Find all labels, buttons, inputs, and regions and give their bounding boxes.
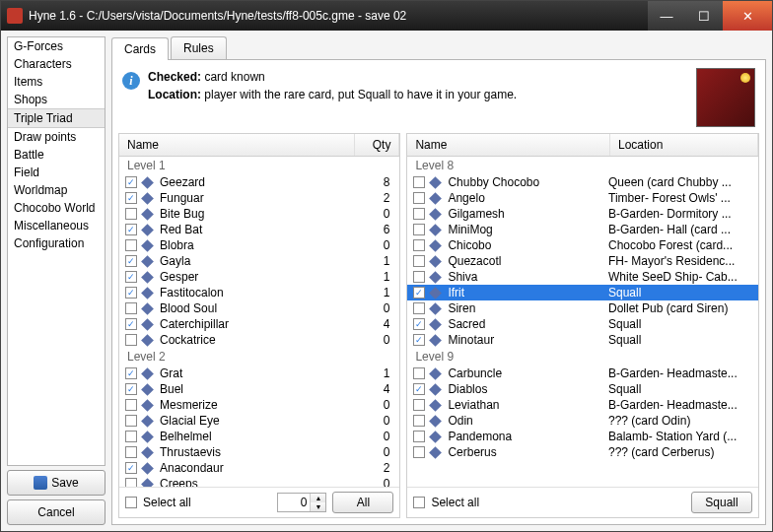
table-row[interactable]: Bite Bug0 — [119, 206, 399, 222]
table-row[interactable]: ✓Red Bat6 — [119, 222, 399, 237]
row-checkbox[interactable] — [125, 431, 137, 442]
table-row[interactable]: ✓Funguar2 — [119, 190, 399, 206]
row-checkbox[interactable] — [413, 446, 425, 458]
row-checkbox[interactable] — [125, 302, 137, 314]
nav-item[interactable]: Battle — [8, 146, 105, 164]
tab[interactable]: Rules — [171, 36, 227, 59]
row-checkbox[interactable] — [413, 367, 425, 379]
row-checkbox[interactable] — [413, 399, 425, 411]
row-checkbox[interactable] — [413, 271, 425, 283]
table-row[interactable]: ✓Fastitocalon1 — [119, 285, 399, 300]
row-checkbox[interactable] — [413, 192, 425, 204]
spin-down-icon[interactable]: ▼ — [311, 502, 325, 511]
tab[interactable]: Cards — [111, 37, 169, 60]
table-row[interactable]: ✓SacredSquall — [407, 316, 758, 332]
row-checkbox[interactable] — [125, 478, 137, 487]
table-row[interactable]: CarbuncleB-Garden- Headmaste... — [407, 366, 758, 381]
row-checkbox[interactable]: ✓ — [413, 318, 425, 330]
qty-input[interactable] — [278, 494, 310, 511]
row-checkbox[interactable] — [413, 239, 425, 251]
row-checkbox[interactable] — [413, 176, 425, 188]
table-row[interactable]: Cerberus??? (card Cerberus) — [407, 444, 758, 460]
col-name[interactable]: Name — [407, 134, 610, 156]
nav-item[interactable]: Triple Triad — [8, 108, 105, 128]
table-row[interactable]: ✓DiablosSquall — [407, 381, 758, 397]
table-row[interactable]: ✓IfritSquall — [407, 285, 758, 300]
nav-item[interactable]: Draw points — [8, 128, 105, 146]
squall-button[interactable]: Squall — [691, 492, 752, 513]
row-checkbox[interactable]: ✓ — [125, 287, 137, 299]
right-rows[interactable]: Level 8Chubby ChocoboQueen (card Chubby … — [407, 157, 758, 487]
table-row[interactable]: ChicoboChocobo Forest (card... — [407, 237, 758, 253]
left-selectall-checkbox[interactable] — [125, 497, 137, 508]
table-row[interactable]: ✓Anacondaur2 — [119, 460, 399, 476]
table-row[interactable]: Odin??? (card Odin) — [407, 413, 758, 429]
save-button[interactable]: Save — [7, 470, 105, 496]
col-location[interactable]: Location — [610, 134, 758, 156]
table-row[interactable]: ShivaWhite SeeD Ship- Cab... — [407, 269, 758, 285]
nav-item[interactable]: G-Forces — [8, 37, 105, 55]
row-checkbox[interactable]: ✓ — [413, 287, 425, 299]
nav-item[interactable]: Chocobo World — [8, 199, 105, 217]
all-button[interactable]: All — [332, 492, 393, 513]
table-row[interactable]: PandemonaBalamb- Station Yard (... — [407, 429, 758, 444]
right-selectall-checkbox[interactable] — [413, 497, 425, 508]
table-row[interactable]: ✓Grat1 — [119, 366, 399, 381]
table-row[interactable]: Glacial Eye0 — [119, 413, 399, 429]
table-row[interactable]: ✓Geezard8 — [119, 174, 399, 190]
row-checkbox[interactable] — [413, 224, 425, 235]
table-row[interactable]: ✓MinotaurSquall — [407, 332, 758, 348]
table-row[interactable]: ✓Gesper1 — [119, 269, 399, 285]
table-row[interactable]: LeviathanB-Garden- Headmaste... — [407, 397, 758, 413]
nav-item[interactable]: Characters — [8, 55, 105, 73]
nav-item[interactable]: Configuration — [8, 234, 105, 252]
row-checkbox[interactable] — [413, 255, 425, 267]
table-row[interactable]: Creeps0 — [119, 476, 399, 487]
table-row[interactable]: Blobra0 — [119, 237, 399, 253]
close-button[interactable]: ✕ — [723, 1, 772, 31]
table-row[interactable]: Mesmerize0 — [119, 397, 399, 413]
table-row[interactable]: SirenDollet Pub (card Siren) — [407, 300, 758, 316]
row-checkbox[interactable] — [413, 208, 425, 220]
nav-item[interactable]: Worldmap — [8, 181, 105, 199]
row-checkbox[interactable] — [125, 446, 137, 458]
nav-item[interactable]: Miscellaneous — [8, 217, 105, 234]
row-checkbox[interactable]: ✓ — [125, 224, 137, 235]
row-checkbox[interactable] — [125, 239, 137, 251]
row-checkbox[interactable] — [413, 415, 425, 427]
nav-item[interactable]: Items — [8, 73, 105, 91]
table-row[interactable]: GilgameshB-Garden- Dormitory ... — [407, 206, 758, 222]
row-checkbox[interactable]: ✓ — [413, 383, 425, 395]
row-checkbox[interactable] — [125, 415, 137, 427]
row-checkbox[interactable] — [413, 431, 425, 442]
table-row[interactable]: MiniMogB-Garden- Hall (card ... — [407, 222, 758, 237]
row-checkbox[interactable] — [125, 208, 137, 220]
row-checkbox[interactable]: ✓ — [125, 176, 137, 188]
table-row[interactable]: AngeloTimber- Forest Owls' ... — [407, 190, 758, 206]
table-row[interactable]: Belhelmel0 — [119, 429, 399, 444]
col-name[interactable]: Name — [119, 134, 355, 156]
table-row[interactable]: QuezacotlFH- Mayor's Residenc... — [407, 253, 758, 269]
minimize-button[interactable]: — — [648, 1, 685, 31]
row-checkbox[interactable]: ✓ — [125, 255, 137, 267]
table-row[interactable]: Thrustaevis0 — [119, 444, 399, 460]
cancel-button[interactable]: Cancel — [7, 499, 105, 525]
row-checkbox[interactable] — [413, 302, 425, 314]
nav-item[interactable]: Field — [8, 164, 105, 181]
row-checkbox[interactable] — [125, 334, 137, 346]
maximize-button[interactable]: ☐ — [685, 1, 723, 31]
row-checkbox[interactable]: ✓ — [125, 192, 137, 204]
row-checkbox[interactable]: ✓ — [413, 334, 425, 346]
row-checkbox[interactable]: ✓ — [125, 318, 137, 330]
nav-item[interactable]: Shops — [8, 91, 105, 108]
table-row[interactable]: ✓Caterchipillar4 — [119, 316, 399, 332]
col-qty[interactable]: Qty — [355, 134, 399, 156]
table-row[interactable]: Cockatrice0 — [119, 332, 399, 348]
row-checkbox[interactable]: ✓ — [125, 271, 137, 283]
left-rows[interactable]: Level 1✓Geezard8✓Funguar2Bite Bug0✓Red B… — [119, 157, 399, 487]
row-checkbox[interactable] — [125, 399, 137, 411]
row-checkbox[interactable]: ✓ — [125, 367, 137, 379]
row-checkbox[interactable]: ✓ — [125, 462, 137, 474]
spin-up-icon[interactable]: ▲ — [311, 494, 325, 502]
table-row[interactable]: ✓Buel4 — [119, 381, 399, 397]
